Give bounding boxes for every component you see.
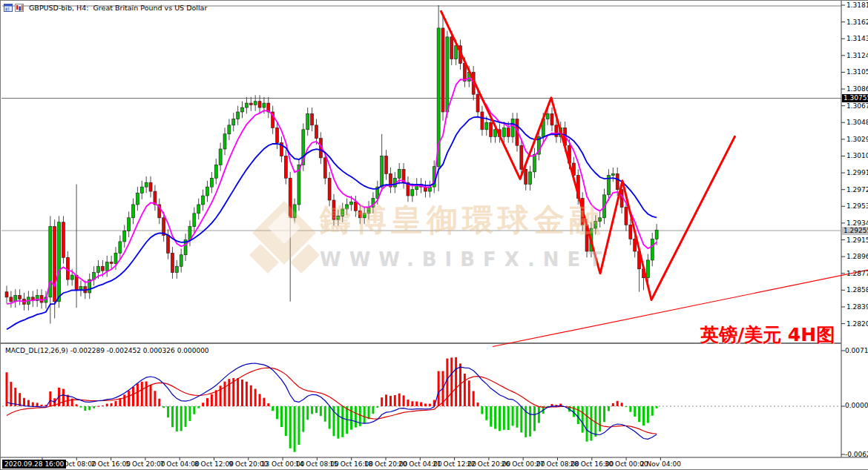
price-tick-label: 1.30290 (846, 136, 868, 143)
price-tick-label: 1.31430 (846, 35, 868, 42)
macd-indicator-name: MACD_DL(12,26,9) (5, 347, 68, 354)
chart-caption: 英镑/美元 4H图 (700, 322, 835, 347)
window-icon (4, 4, 13, 12)
price-tick-label: 1.28770 (846, 270, 868, 277)
time-tick-label: 2 Oct 16:00 (91, 460, 131, 468)
price-tick-label: 1.31810 (846, 1, 868, 9)
price-tick-label: 1.29910 (846, 169, 868, 176)
price-tick-label: 1.30480 (846, 119, 868, 126)
price-tick-label: 1.29150 (846, 236, 868, 244)
mt4-chart-window: GBPUSD-bib, H4: Great Britain Pound vs U… (0, 0, 868, 470)
macd-value-3: 0.000326 (143, 347, 175, 354)
chart-title-bar: GBPUSD-bib, H4: Great Britain Pound vs U… (4, 2, 207, 13)
price-tick-label: 1.29530 (846, 202, 868, 210)
price-tick-label: 1.30670 (846, 102, 868, 110)
price-tick-label: 1.28390 (846, 303, 868, 311)
chart-canvas[interactable] (1, 1, 868, 470)
price-tick-label: 1.30100 (846, 152, 868, 159)
price-tick-label: 1.29340 (846, 219, 868, 227)
macd-value-4: 0.000000 (177, 347, 209, 354)
macd-axis-max: 0.007128 (845, 347, 868, 354)
price-tick-label: 1.31240 (846, 52, 868, 59)
price-tick-label: 1.29720 (846, 186, 868, 193)
macd-value-2: -0.002452 (107, 347, 141, 354)
macd-axis-min: -0.006249 (845, 451, 868, 458)
price-tick-label: 1.31620 (846, 19, 868, 26)
price-tick-label: 1.30860 (846, 85, 868, 93)
macd-axis-zero: 0.000000 (845, 402, 868, 409)
price-tick-label: 1.28960 (846, 253, 868, 260)
macd-indicator-label: MACD_DL(12,26,9) -0.002289 -0.002452 0.0… (5, 347, 209, 354)
price-line-box-upper: 1.30755 (842, 94, 868, 102)
price-tick-label: 1.31050 (846, 68, 868, 76)
price-tick-label: 1.28580 (846, 286, 868, 294)
macd-value-1: -0.002289 (70, 347, 105, 354)
price-line-box-lower: 1.29255 (842, 227, 868, 235)
chart-title: GBPUSD-bib, H4: Great Britain Pound vs U… (29, 4, 207, 12)
price-tick-label: 1.28200 (846, 320, 868, 328)
time-tick-label: 5 Oct 20:00 (125, 460, 165, 468)
time-tick-label: 8 Oct 12:00 (194, 460, 234, 468)
time-tick-label: 7 Oct 04:00 (160, 460, 200, 468)
candlestick-chart-icon (15, 4, 24, 12)
first-bar-time-box: 2020.09.28 16:00 (2, 460, 66, 469)
time-tick-label: 2 Nov 04:00 (640, 460, 681, 468)
